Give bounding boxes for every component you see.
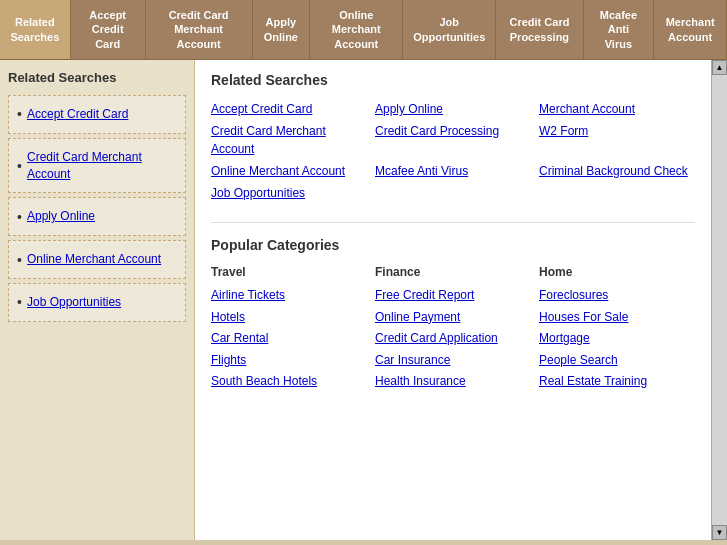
category-link-0-3[interactable]: Flights xyxy=(211,350,367,372)
category-col-0: TravelAirline TicketsHotelsCar RentalFli… xyxy=(211,265,367,393)
sidebar-item-1[interactable]: Credit Card Merchant Account xyxy=(8,138,186,194)
sidebar-link-1[interactable]: Credit Card Merchant Account xyxy=(27,150,142,181)
sidebar-item-4[interactable]: Job Opportunities xyxy=(8,283,186,322)
category-link-1-4[interactable]: Health Insurance xyxy=(375,371,531,393)
scroll-up-button[interactable]: ▲ xyxy=(712,60,727,75)
category-col-1: FinanceFree Credit ReportOnline PaymentC… xyxy=(375,265,531,393)
top-nav-item-0[interactable]: Related Searches xyxy=(0,0,71,59)
category-col-2: HomeForeclosuresHouses For SaleMortgageP… xyxy=(539,265,695,393)
related-link-0[interactable]: Accept Credit Card xyxy=(211,100,367,118)
sidebar-link-4[interactable]: Job Opportunities xyxy=(27,295,121,309)
related-link-1[interactable]: Apply Online xyxy=(375,100,531,118)
category-link-1-2[interactable]: Credit Card Application xyxy=(375,328,531,350)
sidebar-link-3[interactable]: Online Merchant Account xyxy=(27,252,161,266)
scrollbar: ▲ ▼ xyxy=(711,60,727,540)
related-searches-title: Related Searches xyxy=(211,72,695,88)
scroll-down-button[interactable]: ▼ xyxy=(712,525,727,540)
top-nav-item-4[interactable]: Online Merchant Account xyxy=(310,0,403,59)
related-link-4[interactable]: Credit Card Processing xyxy=(375,122,531,158)
sidebar-item-2[interactable]: Apply Online xyxy=(8,197,186,236)
category-link-2-2[interactable]: Mortgage xyxy=(539,328,695,350)
category-link-2-4[interactable]: Real Estate Training xyxy=(539,371,695,393)
related-link-8[interactable]: Criminal Background Check xyxy=(539,162,695,180)
category-link-2-0[interactable]: Foreclosures xyxy=(539,285,695,307)
category-link-0-2[interactable]: Car Rental xyxy=(211,328,367,350)
category-header-0: Travel xyxy=(211,265,367,279)
category-link-2-3[interactable]: People Search xyxy=(539,350,695,372)
category-link-1-3[interactable]: Car Insurance xyxy=(375,350,531,372)
sidebar-title: Related Searches xyxy=(8,70,186,85)
related-link-7[interactable]: Mcafee Anti Virus xyxy=(375,162,531,180)
sidebar-item-3[interactable]: Online Merchant Account xyxy=(8,240,186,279)
top-nav-item-2[interactable]: Credit Card Merchant Account xyxy=(146,0,253,59)
sidebar-item-0[interactable]: Accept Credit Card xyxy=(8,95,186,134)
top-nav-item-7[interactable]: Mcafee Anti Virus xyxy=(584,0,655,59)
category-link-0-0[interactable]: Airline Tickets xyxy=(211,285,367,307)
top-nav-item-6[interactable]: Credit Card Processing xyxy=(496,0,583,59)
top-nav-item-1[interactable]: Accept Credit Card xyxy=(71,0,146,59)
top-nav-item-5[interactable]: Job Opportunities xyxy=(403,0,496,59)
top-navigation: Related SearchesAccept Credit CardCredit… xyxy=(0,0,727,60)
sidebar: Related Searches Accept Credit CardCredi… xyxy=(0,60,195,540)
sidebar-link-2[interactable]: Apply Online xyxy=(27,209,95,223)
category-header-1: Finance xyxy=(375,265,531,279)
popular-categories-title: Popular Categories xyxy=(211,222,695,253)
related-searches-grid: Accept Credit CardApply OnlineMerchant A… xyxy=(211,100,695,202)
category-link-2-1[interactable]: Houses For Sale xyxy=(539,307,695,329)
sidebar-link-0[interactable]: Accept Credit Card xyxy=(27,107,128,121)
category-header-2: Home xyxy=(539,265,695,279)
top-nav-item-3[interactable]: Apply Online xyxy=(253,0,311,59)
main-container: Related Searches Accept Credit CardCredi… xyxy=(0,60,727,540)
related-link-9[interactable]: Job Opportunities xyxy=(211,184,367,202)
content-area: Related Searches Accept Credit CardApply… xyxy=(195,60,711,540)
category-link-1-0[interactable]: Free Credit Report xyxy=(375,285,531,307)
categories-grid: TravelAirline TicketsHotelsCar RentalFli… xyxy=(211,265,695,393)
related-link-5[interactable]: W2 Form xyxy=(539,122,695,158)
category-link-1-1[interactable]: Online Payment xyxy=(375,307,531,329)
category-link-0-4[interactable]: South Beach Hotels xyxy=(211,371,367,393)
related-link-6[interactable]: Online Merchant Account xyxy=(211,162,367,180)
related-link-3[interactable]: Credit Card Merchant Account xyxy=(211,122,367,158)
top-nav-item-8[interactable]: Merchant Account xyxy=(654,0,727,59)
category-link-0-1[interactable]: Hotels xyxy=(211,307,367,329)
related-link-2[interactable]: Merchant Account xyxy=(539,100,695,118)
